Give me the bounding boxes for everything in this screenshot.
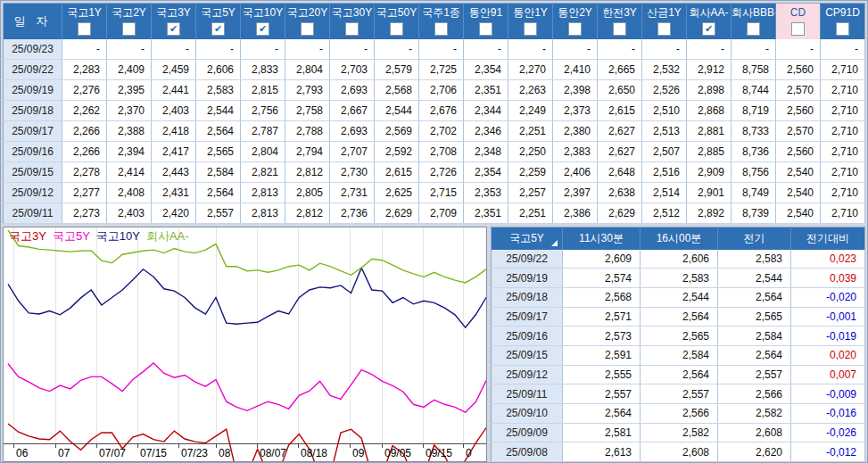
yield-row-25/09/22[interactable]: 25/09/222,2832,4092,4592,6062,8332,8042,… xyxy=(4,60,865,80)
column-header-통안2Y[interactable]: 통안2Y xyxy=(553,4,598,40)
quote-row-25/09/15[interactable]: 25/09/152,5912,5842,5640,020 xyxy=(492,346,865,366)
change-cell: -0,012 xyxy=(791,442,865,462)
quote-row-25/09/22[interactable]: 25/09/222,6092,6062,5830,023 xyxy=(492,250,865,269)
yield-cell: 2,702 xyxy=(419,121,464,142)
quote-row-25/09/18[interactable]: 25/09/182,5682,5442,564-0,020 xyxy=(492,288,865,308)
prev-value-cell: 2,565 xyxy=(718,307,791,327)
yield-cell: 2,277 xyxy=(62,183,107,203)
legend-item-국고3Y: 국고3Y xyxy=(9,229,46,243)
yield-cell: - xyxy=(553,39,598,60)
column-checkbox-한전3Y[interactable] xyxy=(613,22,626,36)
quote-column-header-전기대비[interactable]: 전기대비 xyxy=(791,227,865,251)
column-header-국고30Y[interactable]: 국고30Y xyxy=(330,4,375,40)
yield-row-25/09/19[interactable]: 25/09/192,2762,3952,4412,5832,8152,7932,… xyxy=(4,80,865,101)
column-header-국고5Y[interactable]: 국고5Y✔ xyxy=(196,4,241,40)
quote-row-25/09/11[interactable]: 25/09/112,5572,5572,566-0,009 xyxy=(492,384,865,404)
yield-row-25/09/15[interactable]: 25/09/152,2782,4142,4432,5842,8212,8122,… xyxy=(4,162,865,183)
yield-row-25/09/23[interactable]: 25/09/23------------------ xyxy=(4,39,865,60)
yield-cell: 2,431 xyxy=(152,183,196,203)
yield-cell: 2,273 xyxy=(62,203,107,224)
column-header-국고2Y[interactable]: 국고2Y xyxy=(107,4,152,40)
quote-column-header-국고5Y[interactable]: 국고5Y xyxy=(492,227,563,251)
yield-cell: 2,736 xyxy=(330,203,375,224)
yield-cell: 2,629 xyxy=(375,203,419,224)
series-line-국고3Y xyxy=(8,424,486,461)
x-tick-label: 09/15 xyxy=(426,447,452,459)
quote-column-header-11시30분[interactable]: 11시30분 xyxy=(563,227,641,251)
column-checkbox-산금1Y[interactable] xyxy=(657,22,671,36)
yield-cell: 2,354 xyxy=(464,60,508,80)
yield-cell: 2,266 xyxy=(62,142,107,162)
column-checkbox-통안91[interactable] xyxy=(479,22,492,36)
column-checkbox-CP91D[interactable] xyxy=(836,22,849,36)
yield-cell: 2,266 xyxy=(62,121,107,142)
column-header-국고1Y[interactable]: 국고1Y xyxy=(62,4,107,40)
quote-row-25/09/12[interactable]: 25/09/122,5552,5642,5570,007 xyxy=(492,365,865,384)
yield-cell: 2,627 xyxy=(598,121,642,142)
column-header-산금1Y[interactable]: 산금1Y xyxy=(642,4,687,40)
yield-cell: 2,540 xyxy=(776,183,821,203)
quote-row-25/09/19[interactable]: 25/09/192,5742,5832,5440,039 xyxy=(492,269,865,288)
date-cell: 25/09/19 xyxy=(492,269,563,288)
yield-cell: 2,251 xyxy=(508,121,553,142)
column-header-국고3Y[interactable]: 국고3Y✔ xyxy=(152,4,196,40)
column-checkbox-국고2Y[interactable] xyxy=(122,22,136,36)
column-header-한전3Y[interactable]: 한전3Y xyxy=(598,4,642,40)
yield-cell: 2,516 xyxy=(642,162,687,183)
column-header-국고50Y[interactable]: 국고50Y xyxy=(375,4,419,40)
yield-row-25/09/18[interactable]: 25/09/182,2622,3702,4032,5442,7562,7582,… xyxy=(4,101,865,121)
yield-cell: - xyxy=(241,39,285,60)
column-checkbox-국고20Y[interactable] xyxy=(301,22,314,36)
prev-value-cell: 2,608 xyxy=(718,423,791,442)
quote-row-25/09/17[interactable]: 25/09/172,5712,5642,565-0,001 xyxy=(492,307,865,327)
column-checkbox-국고5Y[interactable]: ✔ xyxy=(211,22,225,36)
date-cell: 25/09/11 xyxy=(4,203,62,224)
date-cell: 25/09/22 xyxy=(492,250,563,269)
quote-row-25/09/08[interactable]: 25/09/082,6132,6082,620-0,012 xyxy=(492,442,865,462)
prev-value-cell: 2,564 xyxy=(718,346,791,366)
quote-row-25/09/16[interactable]: 25/09/162,5732,5652,584-0,019 xyxy=(492,327,865,346)
column-checkbox-국고1Y[interactable] xyxy=(78,22,91,36)
yield-row-25/09/11[interactable]: 25/09/112,2732,4032,4202,5572,8132,8122,… xyxy=(4,203,865,224)
column-checkbox-통안2Y[interactable] xyxy=(568,22,582,36)
yield-row-25/09/12[interactable]: 25/09/122,2772,4082,4312,5642,8132,8052,… xyxy=(4,183,865,203)
x-tick-label: 0 xyxy=(466,447,472,459)
column-checkbox-CD[interactable] xyxy=(791,22,805,36)
column-checkbox-국고10Y[interactable]: ✔ xyxy=(256,22,269,36)
column-checkbox-회사BBB-[interactable] xyxy=(747,22,760,36)
column-header-CD[interactable]: CD xyxy=(776,4,821,40)
column-header-회사AA-[interactable]: 회사AA-✔ xyxy=(687,4,732,40)
quote-column-header-16시00분[interactable]: 16시00분 xyxy=(641,227,718,251)
column-checkbox-회사AA-[interactable]: ✔ xyxy=(702,22,715,36)
quote-row-25/09/09[interactable]: 25/09/092,5812,5822,608-0,026 xyxy=(492,423,865,442)
column-header-국주1종[interactable]: 국주1종 xyxy=(419,4,464,40)
yield-row-25/09/16[interactable]: 25/09/162,2662,3942,4172,5652,8042,7942,… xyxy=(4,142,865,162)
yield-row-25/09/17[interactable]: 25/09/172,2662,3882,4182,5642,7872,7882,… xyxy=(4,121,865,142)
column-checkbox-국주1종[interactable] xyxy=(434,22,448,36)
yield-cell: 2,459 xyxy=(152,60,196,80)
yield-cell: 2,351 xyxy=(464,80,508,101)
column-checkbox-통안1Y[interactable] xyxy=(524,22,537,36)
quote-row-25/09/10[interactable]: 25/09/102,5642,5662,582-0,016 xyxy=(492,404,865,424)
yield-cell: 2,276 xyxy=(62,80,107,101)
value-1600-cell: 2,564 xyxy=(641,365,718,384)
column-checkbox-국고3Y[interactable]: ✔ xyxy=(167,22,180,36)
column-header-회사BBB-[interactable]: 회사BBB- xyxy=(732,4,776,40)
column-header-국고10Y[interactable]: 국고10Y✔ xyxy=(241,4,285,40)
column-header-label: 국고30Y xyxy=(330,4,374,21)
yield-cell: 2,540 xyxy=(776,203,821,224)
yield-cell: 2,758 xyxy=(285,101,330,121)
yield-cell: - xyxy=(62,39,107,60)
column-header-통안1Y[interactable]: 통안1Y xyxy=(508,4,553,40)
column-header-통안91[interactable]: 통안91 xyxy=(464,4,508,40)
column-header-CP91D[interactable]: CP91D xyxy=(821,4,865,40)
column-checkbox-국고30Y[interactable] xyxy=(345,22,359,36)
column-checkbox-국고50Y[interactable] xyxy=(390,22,403,36)
yield-cell: 2,615 xyxy=(598,101,642,121)
quote-column-header-전기[interactable]: 전기 xyxy=(718,227,791,251)
date-cell: 25/09/18 xyxy=(492,288,563,308)
yield-cell: 2,278 xyxy=(62,162,107,183)
yield-cell: - xyxy=(419,39,464,60)
column-header-국고20Y[interactable]: 국고20Y xyxy=(285,4,330,40)
yield-cell: 2,403 xyxy=(107,203,152,224)
